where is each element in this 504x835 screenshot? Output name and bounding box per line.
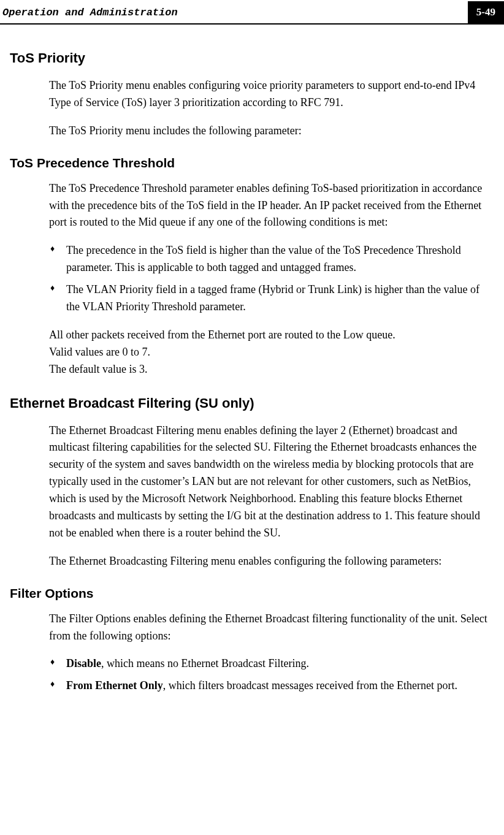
page-number: 5-49 [468,1,504,23]
bullet-item: Disable, which means no Ethernet Broadca… [49,655,494,673]
bullet-item: The precedence in the ToS field is highe… [49,242,494,276]
body-text: The ToS Precedence Threshold parameter e… [49,180,494,232]
bullet-text: , which filters broadcast messages recei… [163,679,457,692]
body-text: The Filter Options enables defining the … [49,611,494,645]
body-text: Valid values are 0 to 7. [49,344,494,361]
bullet-list: Disable, which means no Ethernet Broadca… [49,655,494,695]
body-text: The ToS Priority menu includes the follo… [49,123,494,140]
heading-tos-priority: ToS Priority [10,50,494,66]
bullet-item: The VLAN Priority field in a tagged fram… [49,281,494,316]
heading-filter-options: Filter Options [10,586,494,601]
body-text: All other packets received from the Ethe… [49,327,494,344]
header-title: Operation and Administration [0,7,178,18]
bullet-text: , which means no Ethernet Broadcast Filt… [101,657,309,669]
page-header: Operation and Administration 5-49 [0,0,504,25]
bold-term: From Ethernet Only [66,679,163,692]
bullet-item: From Ethernet Only, which filters broadc… [49,677,494,695]
bullet-list: The precedence in the ToS field is highe… [49,242,494,316]
body-text: The Ethernet Broadcasting Filtering menu… [49,553,494,570]
page-content: ToS Priority The ToS Priority menu enabl… [0,25,504,718]
heading-ethernet-broadcast-filtering: Ethernet Broadcast Filtering (SU only) [10,395,494,411]
body-text: The Ethernet Broadcast Filtering menu en… [49,422,494,542]
body-text: The ToS Priority menu enables configurin… [49,77,494,112]
heading-tos-precedence: ToS Precedence Threshold [10,156,494,170]
body-text: The default value is 3. [49,361,494,378]
bold-term: Disable [66,657,101,669]
